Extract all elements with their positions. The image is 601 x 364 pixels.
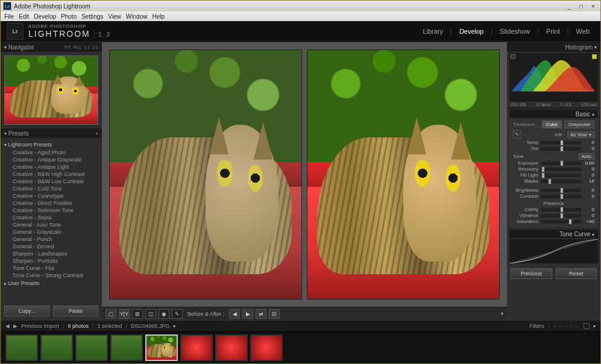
exposure-slider[interactable]: [541, 162, 581, 165]
basic-header[interactable]: Basic ▾: [509, 110, 598, 118]
module-develop[interactable]: Develop: [455, 27, 488, 36]
brightness-slider[interactable]: [541, 189, 581, 192]
menu-window[interactable]: Window: [126, 13, 148, 20]
navigator-header[interactable]: ▾ Navigator FIT FILL 1:1 3:1: [1, 42, 102, 52]
tint-slider[interactable]: [541, 147, 581, 151]
clarity-slider[interactable]: [541, 208, 581, 212]
nav-1to1[interactable]: 1:1: [84, 45, 90, 49]
wb-dropdown[interactable]: As Shot▾: [567, 131, 594, 138]
menu-help[interactable]: Help: [152, 13, 165, 20]
filmstrip-thumb[interactable]: [40, 334, 73, 361]
filmstrip-thumb[interactable]: [5, 334, 38, 361]
preset-item[interactable]: Creative - B&W Low Contrast: [4, 178, 98, 185]
toolbar-menu-icon[interactable]: ▾: [501, 311, 503, 316]
reset-button[interactable]: Reset: [556, 268, 597, 279]
preset-item[interactable]: Creative - Aged Photo: [4, 149, 98, 156]
preset-item[interactable]: General - Grayscale: [4, 228, 98, 236]
menu-develop[interactable]: Develop: [34, 13, 56, 20]
rating-filter[interactable]: ☆☆☆☆☆: [553, 323, 580, 329]
loupe-view-button[interactable]: ▢: [105, 309, 116, 319]
saturation-slider[interactable]: [541, 220, 581, 224]
module-web[interactable]: Web: [571, 27, 594, 36]
preset-item[interactable]: Creative - B&W High Contrast: [4, 171, 98, 178]
brand: ADOBE PHOTOSHOP LIGHTROOM1.3: [28, 24, 111, 39]
close-button[interactable]: ×: [588, 3, 598, 10]
preset-item[interactable]: Creative - Antique Light: [4, 163, 98, 171]
navigator-preview[interactable]: [4, 55, 98, 125]
treatment-color-button[interactable]: Color: [542, 121, 562, 128]
fs-collection[interactable]: Previous Import: [21, 323, 59, 329]
previous-button[interactable]: Previous: [511, 268, 552, 279]
before-photo[interactable]: [109, 49, 302, 300]
blacks-slider[interactable]: [541, 180, 581, 183]
tone-curve-header[interactable]: Tone Curve ▾: [509, 230, 598, 238]
copy-button[interactable]: Copy...: [4, 306, 49, 316]
brush-tool-button[interactable]: ✎: [172, 309, 183, 319]
preset-item[interactable]: General - Auto Tone: [4, 221, 98, 228]
preset-group-user[interactable]: User Presets: [4, 280, 98, 286]
nav-fill[interactable]: FILL: [74, 45, 82, 49]
preset-item[interactable]: General - Punch: [4, 236, 98, 243]
menu-edit[interactable]: Edit: [19, 13, 29, 20]
ba-prev-button[interactable]: ◀: [229, 309, 240, 319]
redeye-tool-button[interactable]: ◉: [159, 309, 169, 319]
filmstrip-thumb[interactable]: [110, 334, 143, 361]
menu-settings[interactable]: Settings: [81, 13, 103, 20]
histogram-header[interactable]: Histogram ▾: [507, 42, 600, 52]
vibrance-slider[interactable]: [541, 214, 581, 218]
filter-menu-icon[interactable]: ▾: [593, 324, 596, 329]
tone-curve-graph[interactable]: [509, 239, 598, 263]
add-preset-icon[interactable]: +: [95, 131, 98, 136]
menu-photo[interactable]: Photo: [61, 13, 77, 20]
menu-file[interactable]: File: [4, 13, 14, 20]
before-after-label: Before & After :: [187, 311, 224, 317]
fs-dropdown-icon[interactable]: ▾: [173, 324, 175, 329]
histogram-graph[interactable]: [509, 53, 598, 101]
fs-prev-icon[interactable]: ◀: [5, 323, 10, 329]
filmstrip-thumb[interactable]: [250, 334, 283, 361]
crop-tool-button[interactable]: ◫: [145, 309, 156, 319]
filmstrip-thumb[interactable]: [75, 334, 108, 361]
after-photo[interactable]: [307, 49, 500, 300]
preset-item[interactable]: Tone Curve - Strong Contrast: [4, 272, 98, 279]
preset-item[interactable]: Sharpen - Portraits: [4, 257, 98, 265]
preset-item[interactable]: Creative - Sepia: [4, 214, 98, 221]
preset-item[interactable]: Creative - Selenium Tone: [4, 207, 98, 214]
temp-slider[interactable]: [541, 141, 581, 145]
module-slideshow[interactable]: Slideshow: [495, 27, 535, 36]
filmstrip-thumb[interactable]: [180, 334, 213, 361]
module-library[interactable]: Library: [418, 27, 448, 36]
presets-header[interactable]: ▾ Presets+: [1, 128, 102, 138]
wb-eyedropper-icon[interactable]: ✎: [513, 130, 521, 139]
filmstrip-thumb[interactable]: [215, 334, 248, 361]
survey-view-button[interactable]: ⊞: [132, 309, 143, 319]
filmstrip-thumb[interactable]: [145, 334, 178, 361]
paste-button[interactable]: Paste: [53, 306, 98, 316]
ba-copy-button[interactable]: ⊟: [269, 309, 280, 319]
preset-group-lightroom[interactable]: Lightroom Presets: [4, 142, 98, 148]
treatment-grayscale-button[interactable]: Grayscale: [564, 121, 594, 128]
recovery-slider[interactable]: [541, 168, 581, 171]
presets-list: Lightroom Presets Creative - Aged PhotoC…: [1, 138, 102, 302]
preset-item[interactable]: Creative - Cold Tone: [4, 185, 98, 192]
compare-view-button[interactable]: Y|Y: [119, 309, 130, 319]
maximize-button[interactable]: □: [576, 3, 586, 10]
ba-swap-button[interactable]: ⇄: [256, 309, 266, 319]
preset-item[interactable]: Creative - Antique Grayscale: [4, 156, 98, 163]
module-print[interactable]: Print: [541, 27, 565, 36]
preset-item[interactable]: Sharpen - Landscapes: [4, 250, 98, 257]
minimize-button[interactable]: _: [564, 3, 574, 10]
fill-light-slider[interactable]: [541, 174, 581, 177]
preset-item[interactable]: Creative - Direct Positive: [4, 199, 98, 207]
nav-fit[interactable]: FIT: [65, 45, 71, 49]
fs-next-icon[interactable]: ▶: [13, 323, 17, 329]
filter-flag-icon[interactable]: [584, 323, 590, 329]
preset-item[interactable]: Tone Curve - Flat: [4, 265, 98, 272]
menu-view[interactable]: View: [108, 13, 121, 20]
preset-item[interactable]: General - Zeroed: [4, 243, 98, 250]
nav-ratio[interactable]: 3:1: [92, 45, 98, 49]
ba-next-button[interactable]: ▶: [242, 309, 253, 319]
preset-item[interactable]: Creative - Cyanotype: [4, 192, 98, 199]
auto-tone-button[interactable]: Auto: [579, 153, 594, 160]
contrast-slider[interactable]: [541, 195, 581, 198]
